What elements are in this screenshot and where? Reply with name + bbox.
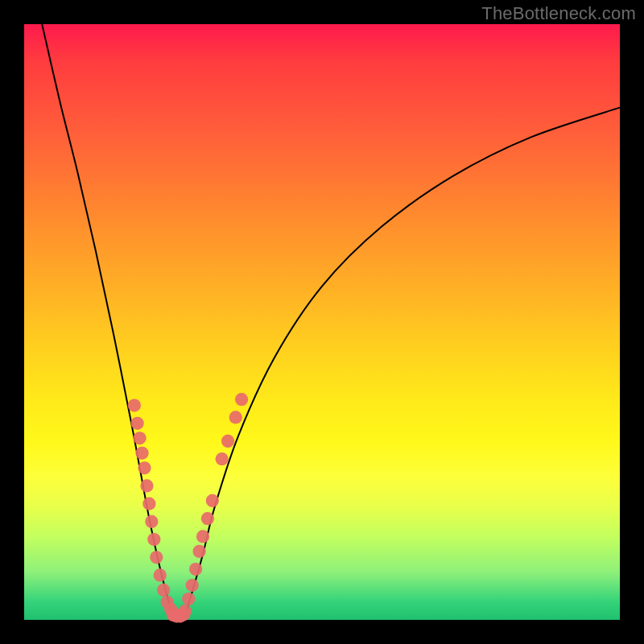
data-point bbox=[154, 568, 167, 581]
data-point bbox=[140, 479, 153, 492]
data-point bbox=[145, 515, 158, 528]
scatter-points bbox=[128, 393, 248, 623]
data-point bbox=[142, 497, 155, 510]
data-point bbox=[189, 563, 202, 576]
chart-frame: TheBottleneck.com bbox=[0, 0, 644, 644]
watermark-text: TheBottleneck.com bbox=[481, 3, 636, 24]
data-point bbox=[135, 447, 148, 460]
data-point bbox=[157, 584, 170, 597]
data-point bbox=[130, 417, 143, 430]
data-point bbox=[201, 512, 214, 525]
data-point bbox=[235, 393, 248, 406]
data-point bbox=[221, 435, 234, 448]
bottleneck-curve bbox=[42, 24, 620, 617]
curve-svg bbox=[24, 24, 620, 620]
data-point bbox=[179, 605, 192, 617]
data-point bbox=[138, 461, 151, 474]
plot-area bbox=[24, 24, 620, 620]
data-point bbox=[128, 398, 141, 411]
data-point bbox=[150, 551, 163, 564]
data-point bbox=[206, 494, 219, 507]
data-point bbox=[196, 530, 209, 543]
data-point bbox=[186, 579, 199, 592]
data-point bbox=[216, 452, 229, 465]
data-point bbox=[192, 545, 205, 558]
data-point bbox=[147, 533, 160, 546]
data-point bbox=[133, 431, 146, 444]
data-point bbox=[229, 411, 242, 423]
data-point bbox=[182, 592, 195, 605]
